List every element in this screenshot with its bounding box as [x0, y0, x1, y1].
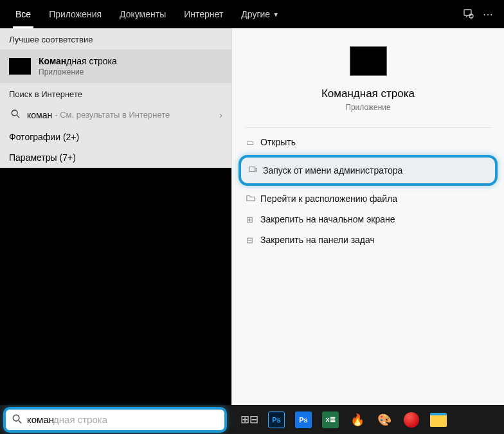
taskbar: командная строка ⊞⊟ Ps Ps x≣ 🔥 🎨: [0, 405, 504, 434]
category-label: Параметры (7+): [9, 152, 76, 163]
tab-all[interactable]: Все: [6, 0, 40, 28]
task-view-icon[interactable]: ⊞⊟: [238, 408, 261, 431]
feedback-icon[interactable]: [459, 0, 478, 28]
app-opera-icon[interactable]: [400, 408, 423, 431]
app-paint-icon[interactable]: 🎨: [373, 408, 396, 431]
pin-taskbar-icon: ⊟: [246, 235, 260, 245]
best-match-header: Лучшее соответствие: [0, 28, 231, 50]
app-explorer-icon[interactable]: [427, 408, 450, 431]
app-photoshop-alt-icon[interactable]: Ps: [292, 408, 315, 431]
search-box[interactable]: командная строка: [3, 407, 227, 433]
app-photoshop-icon[interactable]: Ps: [265, 408, 288, 431]
web-search-hint: - См. результаты в Интернете: [55, 110, 170, 120]
action-list: ▭ Открыть Запуск от имени администратора…: [232, 132, 504, 250]
web-search-item[interactable]: коман - См. результаты в Интернете ›: [0, 104, 231, 127]
action-label: Закрепить на начальном экране: [260, 214, 395, 224]
search-icon: [9, 109, 22, 120]
results-list: Лучшее соответствие Командная строка При…: [0, 28, 231, 405]
cmd-preview-icon: [350, 46, 387, 76]
best-match-subtitle: Приложение: [39, 68, 117, 77]
tab-apps[interactable]: Приложения: [40, 0, 111, 28]
tab-web[interactable]: Интернет: [175, 0, 232, 28]
action-open[interactable]: ▭ Открыть: [239, 132, 498, 152]
app-excel-icon[interactable]: x≣: [319, 408, 342, 431]
more-icon[interactable]: ⋯: [478, 0, 498, 28]
action-pin-taskbar[interactable]: ⊟ Закрепить на панели задач: [239, 230, 498, 250]
action-label: Перейти к расположению файла: [260, 194, 397, 204]
folder-open-icon: [246, 194, 260, 204]
search-autocomplete: дная строка: [53, 414, 107, 425]
search-results-panel: Лучшее соответствие Командная строка При…: [0, 28, 504, 405]
cmd-thumbnail-icon: [9, 58, 31, 75]
search-filter-tabs: Все Приложения Документы Интернет Другие…: [0, 0, 504, 28]
preview-pane: Командная строка Приложение ▭ Открыть За…: [231, 28, 504, 405]
open-icon: ▭: [246, 138, 260, 147]
taskbar-icons: ⊞⊟ Ps Ps x≣ 🔥 🎨: [230, 408, 504, 431]
category-params[interactable]: Параметры (7+): [0, 147, 231, 168]
action-label: Закрепить на панели задач: [260, 235, 375, 245]
tab-label: Все: [15, 9, 31, 19]
preview-subtitle: Приложение: [345, 103, 390, 112]
tab-label: Другие: [241, 9, 270, 19]
category-photos[interactable]: Фотографии (2+): [0, 127, 231, 147]
tab-docs[interactable]: Документы: [111, 0, 175, 28]
pin-start-icon: ⊞: [246, 215, 260, 224]
separator: [245, 127, 491, 128]
action-label: Запуск от имени администратора: [263, 165, 402, 176]
tab-label: Документы: [120, 9, 166, 19]
search-text: командная строка: [27, 414, 218, 425]
chevron-right-icon: ›: [219, 110, 222, 120]
tab-other[interactable]: Другие ▼: [232, 0, 288, 28]
action-label: Открыть: [260, 137, 296, 147]
web-search-header: Поиск в Интернете: [0, 83, 231, 104]
action-open-file-location[interactable]: Перейти к расположению файла: [239, 188, 498, 209]
tab-label: Приложения: [49, 9, 102, 19]
svg-rect-3: [249, 167, 255, 171]
search-icon: [12, 414, 22, 426]
svg-point-2: [12, 110, 17, 116]
search-typed: коман: [27, 414, 54, 425]
results-empty-area: [0, 168, 231, 405]
best-match-title: Командная строка: [39, 56, 117, 66]
best-match-item[interactable]: Командная строка Приложение: [0, 50, 231, 83]
web-search-term: коман: [27, 110, 52, 120]
app-burn-icon[interactable]: 🔥: [346, 408, 369, 431]
category-label: Фотографии (2+): [9, 132, 79, 142]
chevron-down-icon: ▼: [273, 11, 279, 18]
preview-header: Командная строка Приложение: [232, 33, 504, 118]
shield-admin-icon: [249, 165, 263, 176]
action-run-as-admin[interactable]: Запуск от имени администратора: [239, 155, 498, 186]
action-pin-start[interactable]: ⊞ Закрепить на начальном экране: [239, 209, 498, 230]
preview-title: Командная строка: [321, 87, 415, 100]
svg-point-4: [13, 415, 19, 420]
tab-label: Интернет: [184, 9, 223, 19]
